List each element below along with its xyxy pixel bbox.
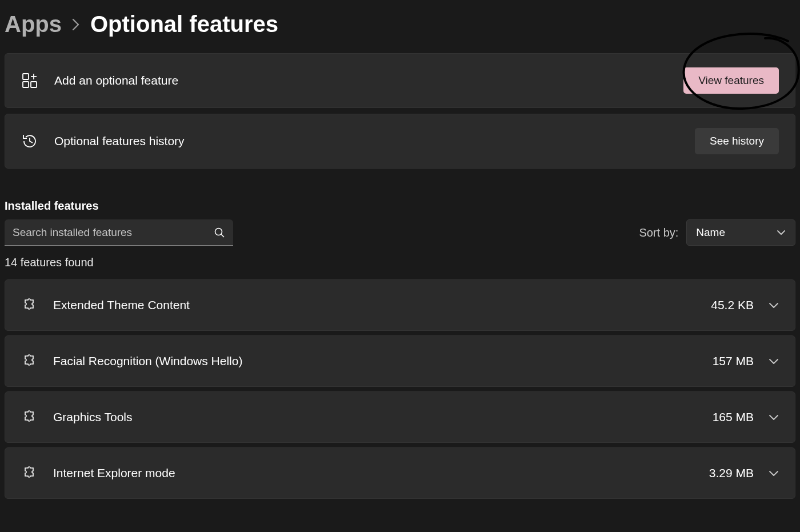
view-features-button[interactable]: View features [683,67,779,94]
chevron-down-icon [777,230,786,235]
history-label: Optional features history [54,134,695,148]
feature-row[interactable]: Facial Recognition (Windows Hello)157 MB [5,335,795,387]
feature-row[interactable]: Internet Explorer mode3.29 MB [5,447,795,499]
svg-rect-0 [23,74,29,79]
search-input-wrapper[interactable] [5,219,233,246]
search-icon [214,227,225,238]
feature-name: Internet Explorer mode [53,466,709,480]
chevron-down-icon [769,470,779,477]
see-history-button[interactable]: See history [695,128,779,154]
svg-rect-1 [23,82,29,87]
svg-line-6 [221,234,224,237]
feature-name: Extended Theme Content [53,298,711,312]
chevron-down-icon [769,302,779,309]
features-list: Extended Theme Content45.2 KBFacial Reco… [5,279,795,499]
sort-selected-value: Name [696,226,725,239]
feature-size: 3.29 MB [709,466,754,480]
puzzle-icon [21,409,37,425]
breadcrumb: Apps Optional features [5,11,795,37]
svg-rect-2 [31,82,37,87]
optional-features-history-card: Optional features history See history [5,114,795,169]
chevron-down-icon [769,414,779,421]
chevron-right-icon [72,18,80,31]
sort-controls: Sort by: Name [639,219,795,246]
tool-row: Sort by: Name [5,219,795,246]
feature-size: 45.2 KB [711,298,754,312]
puzzle-icon [21,465,37,481]
search-input[interactable] [13,226,214,239]
page-title: Optional features [90,11,278,37]
features-count: 14 features found [5,256,795,269]
breadcrumb-parent[interactable]: Apps [5,11,62,37]
feature-name: Graphics Tools [53,410,713,424]
add-feature-label: Add an optional feature [54,74,683,87]
feature-row[interactable]: Graphics Tools165 MB [5,391,795,443]
feature-row[interactable]: Extended Theme Content45.2 KB [5,279,795,331]
apps-add-icon [21,72,38,89]
history-icon [21,133,38,150]
puzzle-icon [21,353,37,369]
chevron-down-icon [769,358,779,365]
add-optional-feature-card: Add an optional feature View features [5,53,795,108]
feature-size: 165 MB [713,410,754,424]
installed-features-heading: Installed features [5,199,795,213]
svg-point-5 [215,228,222,235]
feature-name: Facial Recognition (Windows Hello) [53,354,713,368]
feature-size: 157 MB [713,354,754,368]
sort-dropdown[interactable]: Name [686,219,795,246]
puzzle-icon [21,297,37,313]
sort-by-label: Sort by: [639,226,678,239]
